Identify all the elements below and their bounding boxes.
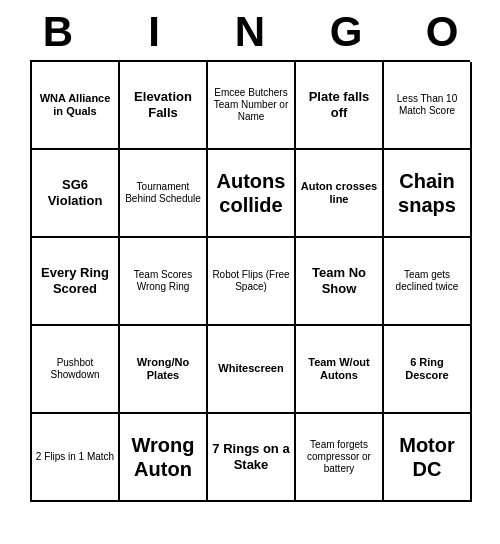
bingo-cell-12: Robot Flips (Free Space)	[208, 238, 296, 326]
bingo-cell-6: Tournament Behind Schedule	[120, 150, 208, 238]
bingo-cell-0: WNA Alliance in Quals	[32, 62, 120, 150]
bingo-cell-18: Team W/out Autons	[296, 326, 384, 414]
bingo-cell-10: Every Ring Scored	[32, 238, 120, 326]
bingo-cell-20: 2 Flips in 1 Match	[32, 414, 120, 502]
bingo-letter-n: N	[206, 8, 294, 56]
bingo-cell-14: Team gets declined twice	[384, 238, 472, 326]
bingo-cell-8: Auton crosses line	[296, 150, 384, 238]
bingo-cell-2: Emcee Butchers Team Number or Name	[208, 62, 296, 150]
bingo-grid: WNA Alliance in QualsElevation FallsEmce…	[30, 60, 470, 502]
bingo-cell-16: Wrong/No Plates	[120, 326, 208, 414]
bingo-cell-22: 7 Rings on a Stake	[208, 414, 296, 502]
bingo-cell-3: Plate falls off	[296, 62, 384, 150]
bingo-cell-17: Whitescreen	[208, 326, 296, 414]
bingo-letter-b: B	[14, 8, 102, 56]
bingo-cell-9: Chain snaps	[384, 150, 472, 238]
bingo-title: BINGO	[10, 0, 490, 60]
bingo-letter-i: I	[110, 8, 198, 56]
bingo-letter-g: G	[302, 8, 390, 56]
bingo-cell-13: Team No Show	[296, 238, 384, 326]
bingo-cell-5: SG6 Violation	[32, 150, 120, 238]
bingo-cell-23: Team forgets compressor or battery	[296, 414, 384, 502]
bingo-cell-24: Motor DC	[384, 414, 472, 502]
bingo-cell-4: Less Than 10 Match Score	[384, 62, 472, 150]
bingo-cell-21: Wrong Auton	[120, 414, 208, 502]
bingo-cell-19: 6 Ring Descore	[384, 326, 472, 414]
bingo-cell-11: Team Scores Wrong Ring	[120, 238, 208, 326]
bingo-cell-1: Elevation Falls	[120, 62, 208, 150]
bingo-cell-15: Pushbot Showdown	[32, 326, 120, 414]
bingo-cell-7: Autons collide	[208, 150, 296, 238]
bingo-letter-o: O	[398, 8, 486, 56]
